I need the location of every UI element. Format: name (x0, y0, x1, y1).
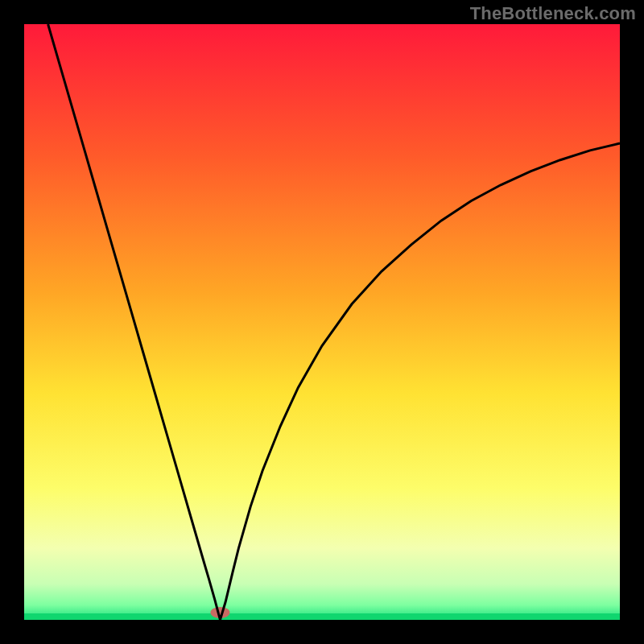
gradient-background (24, 24, 620, 620)
chart-frame: TheBottleneck.com (0, 0, 644, 644)
green-band (24, 613, 620, 620)
bottleneck-chart (0, 0, 644, 644)
